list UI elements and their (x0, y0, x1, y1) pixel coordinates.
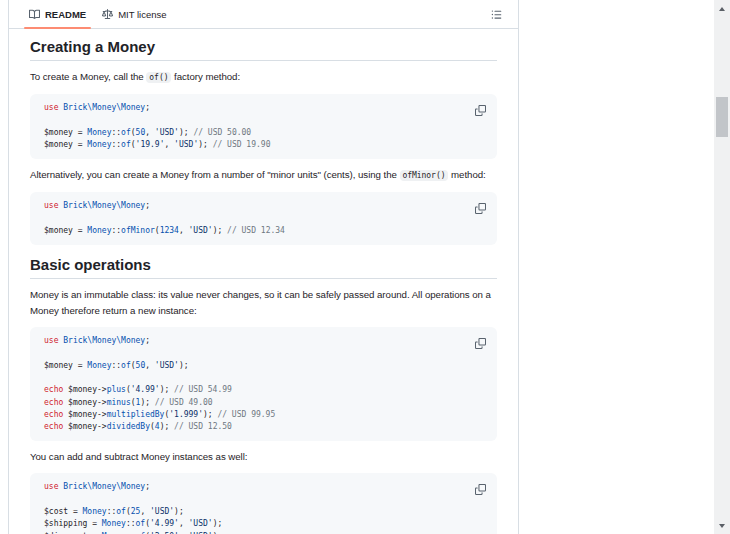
triangle-up-icon (719, 7, 725, 11)
section-heading: Creating a Money (30, 39, 497, 61)
code-block: use Brick\Money\Money;$money = Money::of… (30, 192, 497, 245)
list-unordered-icon (491, 9, 502, 20)
section-heading: Basic operations (30, 257, 497, 279)
scrollbar-up-button[interactable] (714, 1, 730, 16)
copy-icon (475, 484, 486, 495)
code-line: use Brick\Money\Money; (44, 481, 483, 493)
triangle-down-icon (719, 524, 725, 528)
code-block: use Brick\Money\Money;$money = Money::of… (30, 94, 497, 159)
code-line: use Brick\Money\Money; (44, 102, 483, 114)
copy-button[interactable] (469, 478, 491, 500)
paragraph: To create a Money, call the of() factory… (30, 69, 497, 86)
code-line (44, 212, 483, 224)
code-block: use Brick\Money\Money;$cost = Money::of(… (30, 473, 497, 534)
tab-readme[interactable]: README (21, 0, 94, 28)
paragraph: Money is an immutable class: its value n… (30, 287, 497, 319)
code-line (44, 114, 483, 126)
paragraph: You can add and subtract Money instances… (30, 449, 497, 465)
vertical-scrollbar[interactable] (714, 0, 730, 534)
code-line: use Brick\Money\Money; (44, 335, 483, 347)
copy-button[interactable] (469, 332, 491, 354)
code-line (44, 494, 483, 506)
code-line: echo $money->minus(1); // USD 49.00 (44, 397, 483, 409)
code-line: $discount = Money::of('2.50', 'USD'); (44, 531, 483, 534)
code-line (44, 347, 483, 359)
scrollbar-down-button[interactable] (714, 518, 730, 533)
outline-button[interactable] (484, 3, 508, 25)
tab-mit-license-label: MIT license (118, 9, 166, 20)
paragraph: Alternatively, you can create a Money fr… (30, 167, 497, 184)
inline-code: ofMinor() (400, 170, 449, 181)
text-run: factory method: (171, 71, 240, 82)
code-line: $shipping = Money::of('4.99', 'USD'); (44, 518, 483, 530)
code-line (44, 372, 483, 384)
code-line: $money = Money::ofMinor(1234, 'USD'); //… (44, 225, 483, 237)
copy-icon (475, 203, 486, 214)
code-line: $money = Money::of(50, 'USD'); // USD 50… (44, 127, 483, 139)
copy-button[interactable] (469, 99, 491, 121)
file-tabbar: README MIT license (9, 0, 518, 29)
code-line: $money = Money::of(50, 'USD'); (44, 360, 483, 372)
text-run: You can add and subtract Money instances… (30, 451, 247, 462)
copy-icon (475, 105, 486, 116)
inline-code: of() (146, 72, 171, 83)
readme-content: Creating a MoneyTo create a Money, call … (9, 29, 518, 534)
code-block: use Brick\Money\Money;$money = Money::of… (30, 327, 497, 441)
law-icon (102, 9, 113, 20)
code-line: $money = Money::of('19.9', 'USD'); // US… (44, 139, 483, 151)
book-icon (29, 9, 40, 20)
readme-page: README MIT license Creating a MoneyTo cr… (0, 0, 730, 534)
code-line: echo $money->plus('4.99'); // USD 54.99 (44, 384, 483, 396)
code-line: echo $money->dividedBy(4); // USD 12.50 (44, 421, 483, 433)
text-run: To create a Money, call the (30, 71, 146, 82)
code-line: $cost = Money::of(25, 'USD'); (44, 506, 483, 518)
text-run: Money is an immutable class: its value n… (30, 289, 491, 316)
copy-button[interactable] (469, 197, 491, 219)
scrollbar-thumb[interactable] (716, 97, 728, 137)
text-run: method: (448, 169, 485, 180)
tab-mit-license[interactable]: MIT license (94, 0, 174, 28)
text-run: Alternatively, you can create a Money fr… (30, 169, 400, 180)
copy-icon (475, 338, 486, 349)
code-line: use Brick\Money\Money; (44, 200, 483, 212)
readme-card: README MIT license Creating a MoneyTo cr… (8, 0, 519, 534)
code-line: echo $money->multipliedBy('1.999'); // U… (44, 409, 483, 421)
tab-readme-label: README (45, 9, 86, 20)
